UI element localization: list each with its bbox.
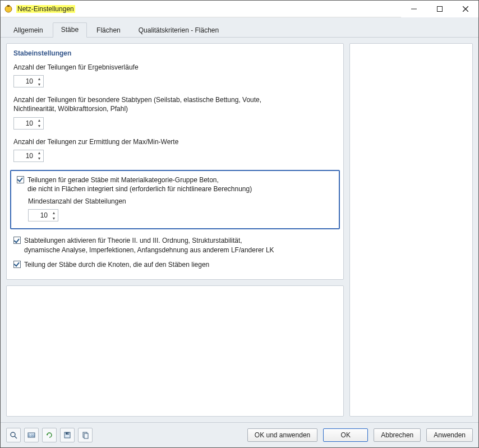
cancel-button[interactable]: Abbrechen: [374, 428, 421, 442]
title-bar-left: Netz-Einstellungen: [1, 4, 75, 13]
svg-rect-1: [7, 5, 10, 7]
field-div-special: Anzahl der Teilungen für besondere Stabt…: [13, 95, 337, 129]
check-theory-group: Stabteilungen aktivieren für Theorie II.…: [13, 236, 337, 254]
refresh-icon[interactable]: [42, 428, 57, 442]
footer-toolbar: 0,00: [6, 428, 93, 442]
dialog-window: Netz-Einstellungen Allgemein Stäbe Fläch…: [0, 0, 479, 448]
spinner-arrows[interactable]: ▲▼: [35, 118, 43, 129]
label-concrete-min: Mindestanzahl der Stabteilungen: [28, 197, 333, 206]
member-settings-panel: Stabeinstellungen Anzahl der Teilungen f…: [6, 43, 344, 280]
spinner-div-maxmin[interactable]: 10 ▲▼: [13, 150, 44, 162]
save-icon[interactable]: [60, 428, 75, 442]
content-area: Stabeinstellungen Anzahl der Teilungen f…: [1, 38, 478, 422]
check-nodes-group: Teilung der Stäbe durch die Knoten, die …: [13, 260, 337, 269]
close-button[interactable]: [453, 1, 478, 17]
spinner-arrows[interactable]: ▲▼: [50, 210, 58, 221]
tab-general[interactable]: Allgemein: [5, 23, 52, 38]
checkbox-theory[interactable]: [13, 237, 21, 244]
svg-rect-15: [84, 433, 88, 438]
check-concrete: Teilungen für gerade Stäbe mit Materialk…: [17, 175, 333, 193]
search-icon[interactable]: [6, 428, 21, 442]
value-div-special: 10: [14, 119, 35, 127]
footer: 0,00 OK und anwenden OK Abbrechen Anwend…: [1, 422, 478, 447]
check-concrete-label: Teilungen für gerade Stäbe mit Materialk…: [27, 175, 252, 193]
spinner-concrete-min[interactable]: 10 ▲▼: [28, 209, 58, 221]
svg-rect-3: [437, 6, 443, 11]
value-div-results: 10: [14, 77, 35, 85]
svg-point-6: [11, 432, 15, 437]
check-nodes-label: Teilung der Stäbe durch die Knoten, die …: [24, 260, 209, 269]
concrete-division-highlight: Teilungen für gerade Stäbe mit Materialk…: [10, 170, 340, 230]
left-column: Stabeinstellungen Anzahl der Teilungen f…: [6, 43, 344, 417]
side-panel: [349, 43, 473, 417]
footer-buttons: OK und anwenden OK Abbrechen Anwenden: [247, 428, 473, 442]
tab-bar: Allgemein Stäbe Flächen Qualitätskriteri…: [1, 17, 478, 38]
svg-line-4: [463, 6, 468, 12]
label-div-results: Anzahl der Teilungen für Ergebnisverläuf…: [13, 63, 337, 72]
svg-rect-12: [66, 432, 69, 435]
svg-line-7: [15, 436, 17, 438]
svg-text:0,00: 0,00: [28, 434, 35, 437]
copy-icon[interactable]: [78, 428, 93, 442]
preview-panel: [6, 285, 344, 417]
tab-members[interactable]: Stäbe: [53, 22, 87, 38]
checkbox-concrete[interactable]: [17, 176, 24, 183]
value-div-maxmin: 10: [14, 152, 35, 160]
tab-quality[interactable]: Qualitätskriterien - Flächen: [130, 23, 227, 38]
value-concrete-min: 10: [29, 211, 50, 219]
ok-button[interactable]: OK: [323, 428, 368, 442]
ok-apply-button[interactable]: OK und anwenden: [247, 428, 317, 442]
field-div-maxmin: Anzahl der Teilungen zur Ermittlung der …: [13, 137, 337, 162]
maximize-button[interactable]: [427, 1, 453, 17]
right-column: [349, 43, 473, 417]
label-div-special: Anzahl der Teilungen für besondere Stabt…: [13, 95, 283, 113]
client-area: Allgemein Stäbe Flächen Qualitätskriteri…: [1, 17, 478, 447]
spinner-div-special[interactable]: 10 ▲▼: [13, 117, 44, 130]
checkbox-nodes[interactable]: [13, 261, 21, 268]
units-icon[interactable]: 0,00: [24, 428, 39, 442]
field-div-results: Anzahl der Teilungen für Ergebnisverläuf…: [13, 63, 337, 87]
svg-line-5: [463, 6, 468, 12]
spinner-div-results[interactable]: 10 ▲▼: [13, 75, 44, 87]
spinner-arrows[interactable]: ▲▼: [35, 76, 43, 87]
title-bar: Netz-Einstellungen: [1, 1, 478, 17]
apply-button[interactable]: Anwenden: [426, 428, 473, 442]
minimize-button[interactable]: [401, 1, 427, 17]
label-div-maxmin: Anzahl der Teilungen zur Ermittlung der …: [13, 137, 337, 146]
app-icon: [4, 4, 13, 13]
window-controls: [401, 1, 478, 17]
field-concrete-min: Mindestanzahl der Stabteilungen 10 ▲▼: [28, 197, 333, 221]
section-title: Stabeinstellungen: [13, 49, 337, 57]
spinner-arrows[interactable]: ▲▼: [35, 150, 43, 161]
window-title: Netz-Einstellungen: [16, 5, 75, 13]
check-theory-label: Stabteilungen aktivieren für Theorie II.…: [24, 236, 274, 254]
svg-rect-13: [68, 433, 68, 434]
tab-surfaces[interactable]: Flächen: [88, 23, 129, 38]
